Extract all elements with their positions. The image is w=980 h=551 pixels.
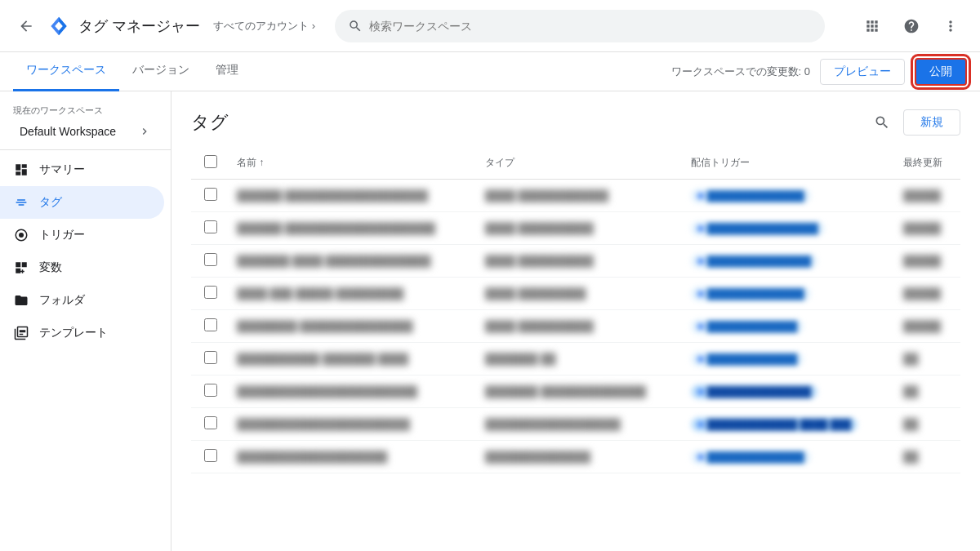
content-search-button[interactable] bbox=[867, 108, 897, 137]
row-updated: █████ bbox=[893, 278, 960, 310]
secondary-nav: ワークスペース バージョン 管理 ワークスペースでの変更数: 0 プレビュー 公… bbox=[0, 52, 980, 91]
search-input[interactable] bbox=[369, 20, 812, 33]
row-trigger: ██████████████ bbox=[681, 278, 893, 310]
row-trigger: ████████████████ bbox=[681, 212, 893, 245]
select-all-checkbox[interactable] bbox=[204, 155, 217, 168]
row-updated: █████ bbox=[893, 180, 960, 212]
row-name[interactable]: ███████ ████ ██████████████ bbox=[227, 245, 475, 278]
new-button[interactable]: 新規 bbox=[903, 109, 960, 136]
row-trigger: █████████████ bbox=[681, 310, 893, 343]
row-type: ██████████████ bbox=[475, 441, 681, 473]
row-checkbox[interactable] bbox=[204, 253, 217, 266]
row-type: ████ ████████████ bbox=[475, 180, 681, 212]
row-checkbox-cell bbox=[191, 245, 227, 278]
table-row[interactable]: ███████████ ███████ ████ ███████ ██ ████… bbox=[191, 343, 960, 375]
row-checkbox[interactable] bbox=[204, 318, 217, 331]
sidebar-item-variables[interactable]: 変数 bbox=[0, 251, 171, 284]
row-checkbox-cell bbox=[191, 441, 227, 473]
sidebar-item-label-triggers: トリガー bbox=[39, 228, 85, 242]
th-trigger: 配信トリガー bbox=[681, 147, 893, 180]
row-name[interactable]: ██████ ███████████████████ bbox=[227, 180, 475, 212]
tab-admin[interactable]: 管理 bbox=[203, 52, 252, 91]
th-name[interactable]: 名前 ↑ bbox=[227, 147, 475, 180]
th-updated: 最終更新 bbox=[893, 147, 960, 180]
search-bar[interactable] bbox=[335, 10, 825, 42]
grid-icon bbox=[864, 18, 880, 34]
publish-button[interactable]: 公開 bbox=[915, 58, 967, 86]
row-updated: ██ bbox=[893, 375, 960, 408]
content-header: タグ 新規 bbox=[172, 91, 980, 147]
row-checkbox-cell bbox=[191, 343, 227, 375]
table-row[interactable]: ███████ ████ ██████████████ ████ ███████… bbox=[191, 245, 960, 278]
help-icon-button[interactable] bbox=[895, 10, 928, 42]
content-search-icon bbox=[874, 114, 890, 131]
tags-icon bbox=[13, 194, 29, 211]
more-icon-button[interactable] bbox=[934, 10, 967, 42]
table-row[interactable]: ████████ ███████████████ ████ ██████████… bbox=[191, 310, 960, 343]
row-updated: █████ bbox=[893, 310, 960, 343]
row-checkbox-cell bbox=[191, 212, 227, 245]
folders-icon bbox=[13, 292, 29, 309]
tab-workspace[interactable]: ワークスペース bbox=[13, 52, 119, 91]
row-type: ████ █████████ bbox=[475, 278, 681, 310]
workspace-selector[interactable]: Default Workspace bbox=[13, 120, 158, 143]
header-actions bbox=[856, 10, 967, 42]
table-row[interactable]: ████ ███ █████ █████████ ████ █████████ … bbox=[191, 278, 960, 310]
row-name[interactable]: ███████████████████████ bbox=[227, 408, 475, 441]
changes-count: ワークスペースでの変更数: 0 bbox=[671, 64, 810, 79]
breadcrumb[interactable]: すべてのアカウント › bbox=[213, 19, 315, 33]
row-checkbox[interactable] bbox=[204, 286, 217, 299]
nav-tabs: ワークスペース バージョン 管理 bbox=[13, 52, 252, 91]
app-title: タグ マネージャー bbox=[78, 16, 200, 36]
more-vert-icon bbox=[942, 18, 959, 34]
row-checkbox[interactable] bbox=[204, 188, 217, 201]
triggers-icon bbox=[13, 227, 29, 243]
row-name[interactable]: ████ ███ █████ █████████ bbox=[227, 278, 475, 310]
sidebar-item-triggers[interactable]: トリガー bbox=[0, 219, 171, 251]
row-name[interactable]: ████████████████████ bbox=[227, 441, 475, 473]
chevron-right-icon bbox=[138, 125, 151, 138]
row-checkbox-cell bbox=[191, 310, 227, 343]
back-button[interactable] bbox=[13, 13, 39, 39]
row-name[interactable]: ███████████ ███████ ████ bbox=[227, 343, 475, 375]
grid-icon-button[interactable] bbox=[856, 10, 889, 42]
row-name[interactable]: ██████ ████████████████████ bbox=[227, 212, 475, 245]
row-checkbox[interactable] bbox=[204, 220, 217, 233]
row-name[interactable]: ████████ ███████████████ bbox=[227, 310, 475, 343]
row-type: ████ ██████████ bbox=[475, 310, 681, 343]
content-area: タグ 新規 名前 ↑ bbox=[172, 91, 980, 551]
table-row[interactable]: ██████ ████████████████████ ████ ███████… bbox=[191, 212, 960, 245]
tab-version[interactable]: バージョン bbox=[119, 52, 203, 91]
row-checkbox[interactable] bbox=[204, 351, 217, 364]
sidebar-item-tags[interactable]: タグ bbox=[0, 186, 164, 219]
row-trigger: ██████████████ bbox=[681, 180, 893, 212]
content-title: タグ bbox=[191, 110, 229, 135]
row-checkbox[interactable] bbox=[204, 384, 217, 397]
table-row[interactable]: ████████████████████ ██████████████ ████… bbox=[191, 441, 960, 473]
gtm-logo bbox=[46, 13, 72, 39]
row-checkbox-cell bbox=[191, 408, 227, 441]
row-trigger: ██████████████ bbox=[681, 441, 893, 473]
table-row[interactable]: ██████ ███████████████████ ████ ████████… bbox=[191, 180, 960, 212]
preview-button[interactable]: プレビュー bbox=[820, 59, 905, 85]
row-updated: ██ bbox=[893, 408, 960, 441]
svg-point-2 bbox=[19, 233, 24, 238]
row-trigger: █████████████ bbox=[681, 343, 893, 375]
sidebar-item-label-summary: サマリー bbox=[39, 162, 85, 177]
summary-icon bbox=[13, 162, 29, 178]
table-container: 名前 ↑ タイプ 配信トリガー 最終更新 bbox=[172, 147, 980, 473]
row-trigger: ███████████████ bbox=[681, 245, 893, 278]
row-name[interactable]: ████████████████████████ bbox=[227, 375, 475, 408]
row-checkbox[interactable] bbox=[204, 449, 217, 462]
row-checkbox[interactable] bbox=[204, 416, 217, 429]
sidebar-item-summary[interactable]: サマリー bbox=[0, 153, 171, 186]
sidebar-item-label-templates: テンプレート bbox=[39, 326, 108, 340]
table-row[interactable]: ███████████████████████ ████████████████… bbox=[191, 408, 960, 441]
table-row[interactable]: ████████████████████████ ███████ ███████… bbox=[191, 375, 960, 408]
row-updated: ██ bbox=[893, 343, 960, 375]
variables-icon bbox=[13, 260, 29, 276]
top-header: タグ マネージャー すべてのアカウント › bbox=[0, 0, 980, 52]
sidebar-item-templates[interactable]: テンプレート bbox=[0, 317, 171, 349]
search-icon bbox=[348, 19, 363, 33]
sidebar-item-folders[interactable]: フォルダ bbox=[0, 284, 171, 317]
